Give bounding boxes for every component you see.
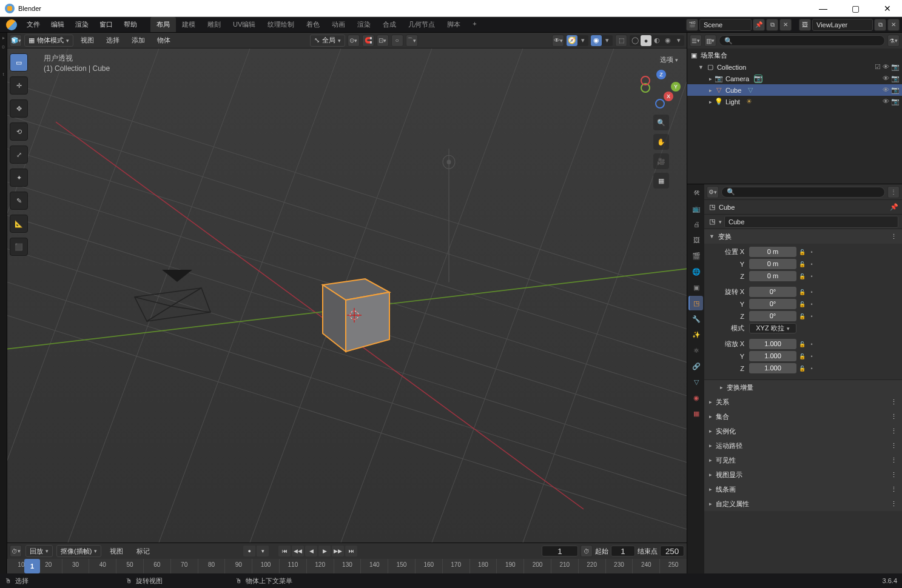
anim-icon[interactable]: • [807, 288, 816, 296]
camera-object[interactable] [129, 261, 226, 333]
eye-icon[interactable]: 👁 [883, 75, 889, 82]
tool-move-icon[interactable]: ✥ [10, 99, 28, 118]
overlay-toggle-icon[interactable]: ◉ [591, 35, 602, 46]
overlay-options-icon[interactable]: ▾ [602, 35, 613, 46]
object-name-input[interactable] [724, 216, 898, 228]
menu-window[interactable]: 窗口 [95, 18, 118, 32]
proportional-falloff-icon[interactable]: ⌒▾ [406, 35, 418, 47]
loc-x[interactable]: 0 m [749, 247, 796, 257]
tree-light[interactable]: ▸ 💡 Light ☀ 👁 📷 [687, 96, 902, 107]
tab-layout[interactable]: 布局 [150, 17, 176, 32]
current-frame-input[interactable] [542, 546, 578, 556]
props-type-icon[interactable]: ⚙▾ [707, 186, 719, 198]
axis-x-icon[interactable]: X [664, 92, 673, 101]
jump-start-icon[interactable]: ⏮ [278, 546, 291, 556]
tool-measure-icon[interactable]: 📐 [10, 215, 28, 233]
prop-tab-tool-icon[interactable]: 🛠 [688, 185, 703, 200]
start-frame-input[interactable] [611, 546, 635, 556]
tree-cube[interactable]: ▸ ▽ Cube ▽ 👁 📷 [687, 84, 902, 96]
section-menu-icon[interactable]: ⋮ [890, 427, 897, 435]
gizmo-options-icon[interactable]: ▾ [577, 35, 588, 46]
prop-tab-viewlayer-icon[interactable]: 🖼 [688, 233, 703, 247]
nav-camera-icon[interactable]: 🎥 [653, 153, 669, 169]
shading-wire-icon[interactable]: ◯ [630, 35, 641, 46]
tool-rotate-icon[interactable]: ⟲ [10, 122, 28, 141]
section-instancing[interactable]: ▸实例化⋮ [704, 424, 902, 438]
keying-dropdown[interactable]: 抠像(插帧)▾ [56, 545, 101, 557]
tab-rendering[interactable]: 渲染 [351, 17, 377, 32]
section-menu-icon[interactable]: ⋮ [890, 471, 897, 479]
prop-tab-scene-icon[interactable]: 🎬 [688, 249, 703, 263]
section-collections[interactable]: ▸集合⋮ [704, 409, 902, 424]
autokey-opts-icon[interactable]: ▾ [257, 546, 269, 556]
outliner-filter-icon[interactable]: ⚗▾ [887, 35, 900, 47]
prop-tab-particles-icon[interactable]: ✨ [688, 327, 703, 342]
anim-icon[interactable]: • [807, 352, 816, 361]
gizmo-toggle-icon[interactable]: 🧭 [567, 35, 577, 46]
scene-name-input[interactable] [699, 19, 752, 31]
render-icon[interactable]: 📷 [891, 75, 900, 82]
end-frame-input[interactable] [660, 546, 684, 556]
autokey-icon[interactable]: ● [243, 546, 255, 556]
minimize-button[interactable]: — [813, 1, 833, 16]
prop-tab-texture-icon[interactable]: ▦ [688, 406, 703, 421]
tab-uv[interactable]: UV编辑 [227, 17, 261, 32]
viewlayer-input[interactable] [812, 19, 873, 31]
delete-scene-icon[interactable]: ✕ [779, 19, 792, 31]
shading-options-icon[interactable]: ▾ [673, 35, 684, 46]
prop-tab-physics-icon[interactable]: ⚛ [688, 343, 703, 358]
chevron-right-icon[interactable]: ▸ [709, 99, 712, 105]
visibility-toggle-icon[interactable]: 👁▾ [552, 35, 564, 47]
loc-y[interactable]: 0 m [749, 259, 796, 269]
section-menu-icon[interactable]: ⋮ [890, 456, 897, 464]
anim-icon[interactable]: • [807, 340, 816, 349]
axis-nz-icon[interactable] [655, 99, 665, 109]
section-relations[interactable]: ▸关系⋮ [704, 395, 902, 409]
tl-menu-marker[interactable]: 标记 [132, 544, 155, 558]
rot-x[interactable]: 0° [749, 287, 796, 297]
anim-icon[interactable]: • [807, 364, 816, 373]
eye-icon[interactable]: 👁 [883, 63, 889, 71]
scale-y[interactable]: 1.000 [749, 351, 796, 361]
keyframe-prev-icon[interactable]: ◀◀ [292, 546, 304, 556]
section-menu-icon[interactable]: ⋮ [890, 442, 897, 450]
lock-icon[interactable]: 🔓 [798, 272, 806, 281]
chevron-right-icon[interactable]: ▸ [709, 87, 712, 93]
checkbox-icon[interactable]: ☑ [875, 63, 881, 71]
lock-icon[interactable]: 🔓 [798, 312, 806, 321]
section-visibility[interactable]: ▸可见性⋮ [704, 453, 902, 467]
xray-icon[interactable]: ⬚ [615, 35, 627, 47]
tree-collection[interactable]: ▼ ▢ Collection ☑ 👁 📷 [687, 61, 902, 73]
tree-camera[interactable]: ▸ 📷 Camera 📷 👁 📷 [687, 73, 902, 84]
axis-nx-icon[interactable] [641, 76, 650, 85]
tab-geonodes[interactable]: 几何节点 [402, 17, 441, 32]
loc-z[interactable]: 0 m [749, 271, 796, 281]
prop-tab-render-icon[interactable]: 📺 [688, 201, 703, 216]
tree-scene-collection[interactable]: ▣ 场景集合 [687, 50, 902, 61]
tab-sculpting[interactable]: 雕刻 [201, 17, 227, 32]
nav-pan-icon[interactable]: ✋ [653, 134, 669, 150]
outliner-search[interactable]: 🔍 [719, 35, 885, 46]
lock-icon[interactable]: 🔓 [798, 364, 806, 373]
new-viewlayer-icon[interactable]: ⧉ [874, 19, 886, 31]
anim-icon[interactable]: • [807, 272, 816, 281]
tab-shading[interactable]: 着色 [300, 17, 326, 32]
section-delta[interactable]: ▸变换增量 [704, 380, 902, 395]
axis-z-icon[interactable]: Z [656, 70, 666, 79]
props-search[interactable]: 🔍 [721, 187, 885, 198]
orientation-dropdown[interactable]: ⤡ 全局 ▾ [310, 35, 345, 47]
lock-icon[interactable]: 🔓 [798, 288, 806, 296]
tab-scripting[interactable]: 脚本 [441, 17, 466, 32]
proportional-icon[interactable]: ○ [391, 35, 403, 47]
render-icon[interactable]: 📷 [891, 86, 900, 94]
vp-menu-view[interactable]: 视图 [76, 33, 99, 47]
viewport-options[interactable]: 选项 ▾ [656, 53, 682, 66]
lock-icon[interactable]: 🔓 [798, 340, 806, 349]
tab-animation[interactable]: 动画 [326, 17, 351, 32]
tool-select-icon[interactable]: ▭ [10, 53, 28, 72]
timeline-ruler[interactable]: 1 10 20 30 40 50 60 70 80 90 100 110 120… [7, 559, 687, 573]
lock-icon[interactable]: 🔓 [798, 352, 806, 361]
outliner-type-icon[interactable]: ☰▾ [690, 35, 702, 47]
shading-solid-icon[interactable]: ● [641, 35, 651, 46]
prop-tab-material-icon[interactable]: ◉ [688, 390, 703, 405]
